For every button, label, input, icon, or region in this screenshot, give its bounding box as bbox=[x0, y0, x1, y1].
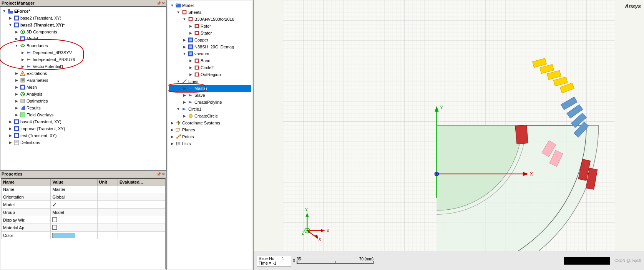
props-matap-value[interactable] bbox=[51, 224, 97, 232]
tree-item-fieldoverlays[interactable]: ▶ Field Overlays bbox=[1, 111, 165, 118]
model-tree-stator[interactable]: ▶ Stator bbox=[169, 30, 251, 36]
expand-analysis[interactable]: ▶ bbox=[13, 92, 20, 96]
expand-field[interactable]: ▶ bbox=[13, 113, 20, 117]
outregion-label: OutRegion bbox=[201, 72, 221, 77]
model-tree-sheets[interactable]: ▼ Sheets bbox=[169, 9, 251, 16]
model-tree-vacuum[interactable]: ▼ vacuum bbox=[169, 50, 251, 57]
tree-item-model[interactable]: ▶ Model bbox=[1, 35, 165, 42]
model-tree-createcircle[interactable]: ▶ CreateCircle bbox=[169, 113, 251, 119]
close-button[interactable]: ✕ bbox=[162, 1, 165, 5]
expand-base4[interactable]: ▶ bbox=[7, 120, 13, 124]
viewport-bottom-bar: Slice No. = -1 Time = -1 0 35 70 (mm) CS… bbox=[254, 251, 644, 270]
model-tree-slave[interactable]: ▶ Slave bbox=[169, 92, 251, 99]
pin-button[interactable]: 📌 bbox=[156, 1, 161, 5]
props-close-button[interactable]: ✕ bbox=[162, 172, 165, 176]
vacuum-label: vacuum bbox=[194, 51, 209, 56]
expand-eforce[interactable]: ▼ bbox=[1, 9, 7, 13]
tree-item-excitations[interactable]: ▶ Excitations bbox=[1, 70, 165, 77]
tree-item-optimetrics[interactable]: ▶ Optimetrics bbox=[1, 98, 165, 104]
panel-header-controls: 📌 ✕ bbox=[156, 1, 165, 5]
expand-excitations[interactable]: ▶ bbox=[13, 71, 20, 75]
svg-rect-26 bbox=[23, 106, 24, 110]
model-tree-band[interactable]: ▶ Band bbox=[169, 57, 251, 64]
expand-improve[interactable]: ▶ bbox=[7, 127, 13, 131]
svg-marker-65 bbox=[183, 108, 186, 110]
svg-rect-25 bbox=[22, 107, 23, 110]
props-model-value[interactable]: ✓ bbox=[51, 201, 97, 209]
expand-opt[interactable]: ▶ bbox=[13, 99, 20, 103]
model-tree-planes[interactable]: ▶ Planes bbox=[169, 126, 251, 133]
model-tree-n38sh[interactable]: ▶ N38SH_20C_Demag bbox=[169, 43, 251, 50]
tree-item-base4[interactable]: ▶ base4 (Transient, XY) bbox=[1, 118, 165, 125]
props-row-group: Group Model bbox=[2, 209, 165, 216]
boundaries-icon bbox=[20, 43, 26, 49]
vectorpot-label: VectorPotential1 bbox=[33, 64, 63, 69]
model-tree-master[interactable]: ▶ Master bbox=[169, 85, 251, 92]
model-tree-model[interactable]: ▼ Model bbox=[169, 2, 251, 9]
expand-3dcomp[interactable]: ▶ bbox=[13, 30, 20, 34]
tree-item-mesh[interactable]: ▶ Mesh bbox=[1, 84, 165, 91]
tree-item-test[interactable]: ▶ test (Transient, XY) bbox=[1, 132, 165, 139]
properties-panel: Properties 📌 ✕ Name Value Unit Evaluated… bbox=[0, 170, 166, 270]
tree-item-improve[interactable]: ▶ Improve (Transient, XY) bbox=[1, 125, 165, 132]
props-color-value[interactable] bbox=[51, 232, 97, 239]
expand-test[interactable]: ▶ bbox=[7, 134, 13, 137]
model-tree-circle2[interactable]: ▶ Circle2 bbox=[169, 64, 251, 71]
model-tree-createpolyline[interactable]: ▶ CreatePolyline bbox=[169, 99, 251, 106]
base2-icon bbox=[13, 15, 20, 21]
expand-dep[interactable]: ▶ bbox=[20, 51, 26, 55]
tree-item-3dcomp[interactable]: ▶ 3D Components bbox=[1, 28, 165, 35]
tree-item-indep[interactable]: ▶ Independent_PRSU76 bbox=[1, 56, 165, 63]
tree-item-vectorpot[interactable]: ▶ VectorPotential1 bbox=[1, 63, 165, 70]
props-group-value[interactable]: Model bbox=[51, 209, 97, 216]
expand-defs[interactable]: ▶ bbox=[7, 141, 13, 144]
model-tree-points[interactable]: ▶ Points bbox=[169, 133, 251, 140]
model-tree-rotor[interactable]: ▶ Rotor bbox=[169, 23, 251, 30]
tree-item-dep4r3syv[interactable]: ▶ Dependent_4R3SYV bbox=[1, 49, 165, 56]
tree-item-definitions[interactable]: ▶ Definitions bbox=[1, 139, 165, 146]
test-icon bbox=[13, 133, 20, 139]
model-tree-b30ahv[interactable]: ▼ B30AHV1500for2018 bbox=[169, 16, 251, 23]
props-orient-value[interactable]: Global bbox=[51, 193, 97, 201]
eforce-icon bbox=[7, 8, 13, 14]
tree-item-parameters[interactable]: ▶ Parameters bbox=[1, 77, 165, 84]
model-tree-circle1[interactable]: ▼ Circle1 bbox=[169, 106, 251, 113]
model-tree-outregion[interactable]: ▶ OutRegion bbox=[169, 71, 251, 78]
tree-item-base3[interactable]: ▼ base3 (Transient, XY)* bbox=[1, 22, 165, 28]
model-tree-lines[interactable]: ▼ Lines bbox=[169, 78, 251, 85]
expand-base2[interactable]: ▶ bbox=[7, 16, 13, 20]
expand-model[interactable]: ▶ bbox=[13, 37, 20, 41]
expand-params[interactable]: ▶ bbox=[13, 78, 20, 82]
props-name-value[interactable]: Master bbox=[51, 186, 97, 193]
props-pin-button[interactable]: 📌 bbox=[156, 172, 161, 176]
properties-table: Name Value Unit Evaluated... Name Master bbox=[1, 179, 165, 239]
tree-item-eforce[interactable]: ▼ EForce* bbox=[1, 8, 165, 15]
expand-vectorpot[interactable]: ▶ bbox=[20, 65, 26, 68]
expand-mesh[interactable]: ▶ bbox=[13, 85, 20, 89]
tree-item-results[interactable]: ▶ Results bbox=[1, 104, 165, 111]
props-dispwir-label: Display Wir... bbox=[2, 216, 51, 224]
indep-label: Independent_PRSU76 bbox=[33, 57, 75, 62]
model-root-label: Model bbox=[182, 3, 194, 8]
model-tree-coordsystems[interactable]: ▶ Coordinate Systems bbox=[169, 119, 251, 126]
expand-boundaries[interactable]: ▼ bbox=[13, 44, 20, 48]
tree-item-analysis[interactable]: ▶ Analysis bbox=[1, 91, 165, 98]
viewport[interactable]: Ansys bbox=[254, 0, 644, 251]
svg-rect-44 bbox=[189, 18, 192, 20]
tree-item-base2[interactable]: ▶ base2 (Transient, XY) bbox=[1, 15, 165, 22]
model-tree-lists[interactable]: ▶ Lists bbox=[169, 140, 251, 147]
svg-marker-69 bbox=[179, 122, 181, 124]
mesh-icon bbox=[20, 84, 26, 90]
props-dispwir-value[interactable] bbox=[51, 216, 97, 224]
model-tree-copper[interactable]: ▶ Copper bbox=[169, 36, 251, 43]
svg-rect-3 bbox=[15, 17, 18, 20]
svg-text:X: X bbox=[319, 237, 321, 242]
svg-rect-40 bbox=[176, 4, 178, 5]
outregion-icon bbox=[194, 71, 200, 78]
expand-base3[interactable]: ▼ bbox=[7, 23, 13, 27]
expand-results[interactable]: ▶ bbox=[13, 106, 20, 110]
expand-indep[interactable]: ▶ bbox=[20, 58, 26, 61]
tree-item-boundaries[interactable]: ▼ Boundaries bbox=[1, 42, 165, 49]
3dcomp-icon bbox=[20, 29, 26, 35]
planes-icon bbox=[175, 127, 181, 133]
